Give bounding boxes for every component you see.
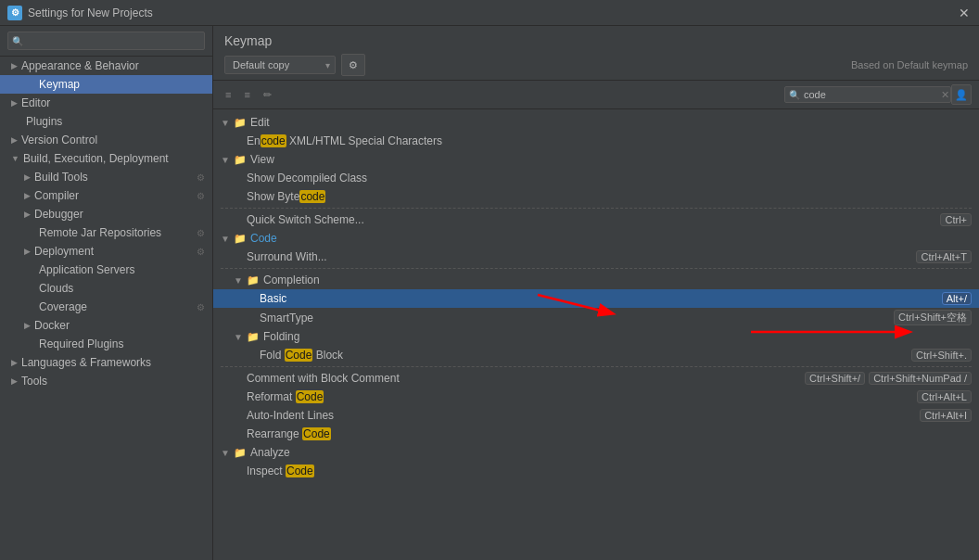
edit-button[interactable]: ✏ — [259, 86, 276, 104]
tree-item-rearrange-code[interactable]: Rearrange Code — [213, 425, 979, 443]
tree-arrow-icon: ▼ — [221, 448, 234, 458]
keymap-search-input[interactable] — [784, 86, 951, 103]
sidebar-item-label: Deployment — [34, 245, 94, 258]
sidebar-item-coverage[interactable]: Coverage⚙ — [0, 298, 212, 316]
tree-item-surround-with[interactable]: Surround With...Ctrl+Alt+T — [213, 248, 979, 266]
settings-icon: ⚙ — [197, 247, 205, 257]
sidebar-item-clouds[interactable]: Clouds — [0, 279, 212, 298]
tree-item-show-decompiled[interactable]: Show Decompiled Class — [213, 169, 979, 187]
text-span: Show Byte — [247, 190, 299, 203]
filter-toolbar: ≡ ≡ ✏ 🔍 ✕ 👤 — [213, 81, 979, 109]
tree-item-quick-switch[interactable]: Quick Switch Scheme...Ctrl+ — [213, 210, 979, 229]
close-button[interactable]: ✕ — [957, 6, 972, 20]
sidebar-item-label: Version Control — [21, 134, 97, 146]
sidebar-item-build-exec-deploy[interactable]: ▼Build, Execution, Deployment — [0, 149, 212, 168]
sidebar-item-version-control[interactable]: ▶Version Control — [0, 131, 212, 149]
tree-item-text: Quick Switch Scheme... — [247, 213, 936, 226]
sidebar: 🔍 ▶Appearance & BehaviorKeymap▶EditorPlu… — [0, 26, 213, 560]
tree-item-text: Show Bytecode — [247, 190, 972, 203]
panel-toolbar: Default copy ⚙ Based on Default keymap — [224, 54, 968, 76]
sidebar-item-deployment[interactable]: ▶Deployment⚙ — [0, 242, 212, 261]
tree-item-code-group[interactable]: ▼📁Code — [213, 229, 979, 248]
tree-arrow-icon: ▼ — [221, 234, 234, 244]
tree-item-smarttype[interactable]: SmartTypeCtrl+Shift+空格 — [213, 308, 979, 327]
sidebar-item-app-servers[interactable]: Application Servers — [0, 261, 212, 279]
sidebar-item-label: Remote Jar Repositories — [39, 226, 161, 239]
sidebar-item-label: Clouds — [39, 282, 73, 295]
tree-item-text: Comment with Block Comment — [247, 372, 801, 385]
sidebar-item-label: Appearance & Behavior — [21, 59, 139, 72]
tree-item-fold-code-block[interactable]: Fold Code BlockCtrl+Shift+. — [213, 346, 979, 364]
sidebar-item-build-tools[interactable]: ▶Build Tools⚙ — [0, 168, 212, 186]
tree-item-text: Code — [250, 232, 972, 245]
tree-item-view-group[interactable]: ▼📁View — [213, 150, 979, 169]
search-box: 🔍 ✕ 👤 — [784, 84, 972, 105]
tree-item-text: Reformat Code — [247, 390, 913, 403]
sidebar-item-label: Languages & Frameworks — [21, 356, 151, 369]
tree-item-comment-block[interactable]: Comment with Block CommentCtrl+Shift+/Ct… — [213, 369, 979, 388]
sidebar-item-compiler[interactable]: ▶Compiler⚙ — [0, 186, 212, 205]
title-bar-text: Settings for New Projects — [28, 6, 957, 19]
tree-item-edit-group[interactable]: ▼📁Edit — [213, 113, 979, 132]
tree-item-analyze-group[interactable]: ▼📁Analyze — [213, 443, 979, 462]
tree-item-text: Basic — [260, 292, 938, 305]
sidebar-item-tools[interactable]: ▶Tools — [0, 372, 212, 390]
arrow-icon: ▶ — [24, 210, 31, 219]
arrow-icon: ▶ — [11, 61, 18, 70]
tree-item-folding-group[interactable]: ▼📁Folding — [213, 327, 979, 346]
text-span: Reformat — [247, 390, 296, 403]
tree-item-auto-indent[interactable]: Auto-Indent LinesCtrl+Alt+I — [213, 406, 979, 425]
right-panel-wrapper: Keymap Default copy ⚙ Based on Default k… — [213, 26, 979, 560]
folder-icon: 📁 — [234, 117, 247, 129]
tree-item-show-bytecode[interactable]: Show Bytecode — [213, 187, 979, 206]
shortcut-badge: Ctrl+Shift+. — [911, 349, 972, 362]
right-panel: Keymap Default copy ⚙ Based on Default k… — [213, 26, 979, 560]
highlight-span: Code — [296, 390, 324, 403]
sidebar-item-debugger[interactable]: ▶Debugger — [0, 205, 212, 223]
shortcut-badge: Ctrl+Shift+空格 — [894, 310, 972, 325]
tree-item-reformat-code[interactable]: Reformat CodeCtrl+Alt+L — [213, 388, 979, 406]
sidebar-item-editor[interactable]: ▶Editor — [0, 94, 212, 112]
tree-item-completion-group[interactable]: ▼📁Completion — [213, 271, 979, 289]
text-span: XML/HTML Special Characters — [286, 134, 442, 147]
collapse-all-button[interactable]: ≡ — [221, 86, 235, 103]
tree-item-basic[interactable]: BasicAlt+/ — [213, 289, 979, 308]
sidebar-item-remote-jar[interactable]: Remote Jar Repositories⚙ — [0, 223, 212, 242]
text-span: Fold — [260, 349, 285, 362]
text-span: Block — [312, 349, 343, 362]
tree-item-inspect-code[interactable]: Inspect Code — [213, 462, 979, 480]
sidebar-item-plugins[interactable]: Plugins — [0, 112, 212, 131]
sidebar-item-appearance[interactable]: ▶Appearance & Behavior — [0, 57, 212, 75]
tree-item-text: SmartType — [260, 312, 890, 325]
sidebar-item-keymap[interactable]: Keymap — [0, 75, 212, 94]
arrow-icon: ▶ — [11, 98, 18, 108]
highlight-span: Code — [302, 427, 331, 440]
divider-line — [221, 268, 972, 269]
search-clear-button[interactable]: ✕ — [941, 89, 949, 101]
main-content: 🔍 ▶Appearance & BehaviorKeymap▶EditorPlu… — [0, 26, 979, 560]
tree-arrow-icon: ▼ — [234, 275, 247, 286]
search-icon: 🔍 — [789, 90, 800, 100]
arrow-icon: ▶ — [24, 321, 31, 330]
divider-line — [221, 208, 972, 209]
search-icon: 🔍 — [12, 36, 23, 46]
shortcut-badge: Alt+/ — [942, 292, 972, 305]
tree-item-encode-xml[interactable]: Encode XML/HTML Special Characters — [213, 132, 979, 150]
search-person-button[interactable]: 👤 — [951, 84, 972, 105]
tree-item-text: View — [250, 153, 972, 166]
keymap-select[interactable]: Default copy — [224, 56, 336, 74]
sidebar-item-docker[interactable]: ▶Docker — [0, 316, 212, 335]
settings-gear-button[interactable]: ⚙ — [341, 54, 365, 76]
tree-item-text: Auto-Indent Lines — [247, 409, 916, 422]
sidebar-item-label: Editor — [21, 96, 50, 109]
sidebar-search-input[interactable] — [7, 32, 205, 50]
sidebar-item-required-plugins[interactable]: Required Plugins — [0, 335, 212, 353]
sidebar-item-label: Application Servers — [39, 263, 134, 276]
folder-icon: 📁 — [247, 331, 260, 343]
arrow-icon: ▶ — [11, 376, 18, 386]
sidebar-item-languages[interactable]: ▶Languages & Frameworks — [0, 353, 212, 372]
text-span: Rearrange — [247, 427, 302, 440]
expand-all-button[interactable]: ≡ — [239, 86, 254, 103]
shortcut-badge: Ctrl+ — [940, 213, 972, 226]
sidebar-item-label: Debugger — [34, 208, 83, 221]
